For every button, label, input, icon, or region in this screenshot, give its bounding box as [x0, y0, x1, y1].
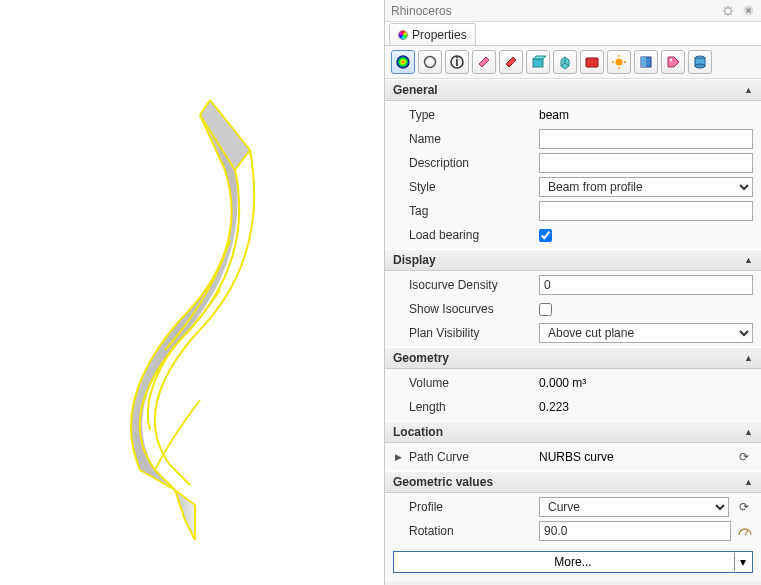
svg-point-12	[425, 57, 436, 68]
section-general-body: Typebeam Name Description StyleBeam from…	[385, 101, 761, 249]
tool-folder-red[interactable]	[580, 50, 604, 74]
section-display-header[interactable]: Display▲	[385, 249, 761, 271]
label-length: Length	[409, 400, 539, 414]
tool-material-red[interactable]	[499, 50, 523, 74]
tool-box-teal[interactable]	[526, 50, 550, 74]
label-description: Description	[409, 156, 539, 170]
tool-cube[interactable]	[553, 50, 577, 74]
checkbox-show-isocurves[interactable]	[539, 303, 552, 316]
tab-properties[interactable]: Properties	[389, 23, 476, 45]
more-button[interactable]: More... ▾	[393, 551, 753, 573]
input-rotation[interactable]	[539, 521, 731, 541]
tool-info[interactable]: i	[445, 50, 469, 74]
section-geometry-header[interactable]: Geometry▲	[385, 347, 761, 369]
viewport-3d[interactable]	[0, 0, 384, 585]
svg-point-11	[397, 56, 409, 68]
tool-circle[interactable]	[418, 50, 442, 74]
gear-icon[interactable]	[721, 4, 735, 18]
section-title: Geometric values	[393, 475, 493, 489]
label-path-curve: Path Curve	[409, 450, 539, 464]
input-tag[interactable]	[539, 201, 753, 221]
panel-toolbar: i	[385, 46, 761, 79]
svg-rect-15	[533, 59, 543, 67]
section-general-header[interactable]: General▲	[385, 79, 761, 101]
tool-book[interactable]	[634, 50, 658, 74]
svg-point-0	[725, 7, 731, 13]
label-style: Style	[409, 180, 539, 194]
section-location-body: ▶ Path Curve NURBS curve ⟳	[385, 443, 761, 471]
properties-panel: Rhinoceros Properties i General▲ Typebea…	[384, 0, 761, 585]
input-name[interactable]	[539, 129, 753, 149]
section-geovals-body: Profile Curve ⟳ Rotation	[385, 493, 761, 545]
angle-icon[interactable]	[737, 526, 753, 536]
section-title: Geometry	[393, 351, 449, 365]
select-plan-visibility[interactable]: Above cut plane	[539, 323, 753, 343]
value-path-curve: NURBS curve	[539, 450, 731, 464]
select-profile[interactable]: Curve	[539, 497, 729, 517]
svg-point-24	[670, 59, 672, 61]
label-rotation: Rotation	[409, 524, 539, 538]
svg-line-7	[724, 13, 725, 14]
svg-rect-16	[586, 58, 598, 67]
value-volume: 0.000 m³	[539, 376, 753, 390]
more-row: More... ▾	[385, 545, 761, 581]
section-geometry-body: Volume0.000 m³ Length0.223	[385, 369, 761, 421]
svg-line-6	[731, 13, 732, 14]
chevron-up-icon: ▲	[744, 85, 753, 95]
tab-label: Properties	[412, 28, 467, 42]
section-display-body: Isocurve Density Show Isocurves Plan Vis…	[385, 271, 761, 347]
label-show-isocurves: Show Isocurves	[409, 302, 539, 316]
input-isocurve-density[interactable]	[539, 275, 753, 295]
section-title: Display	[393, 253, 436, 267]
label-isocurve-density: Isocurve Density	[409, 278, 539, 292]
tool-cylinder[interactable]	[688, 50, 712, 74]
color-wheel-icon	[398, 30, 408, 40]
svg-text:i: i	[455, 55, 458, 69]
section-title: General	[393, 83, 438, 97]
refresh-icon[interactable]: ⟳	[735, 500, 753, 514]
tab-row: Properties	[385, 22, 761, 46]
label-volume: Volume	[409, 376, 539, 390]
section-title: Location	[393, 425, 443, 439]
label-plan-visibility: Plan Visibility	[409, 326, 539, 340]
tool-material-pink[interactable]	[472, 50, 496, 74]
checkbox-load-bearing[interactable]	[539, 229, 552, 242]
value-length: 0.223	[539, 400, 753, 414]
label-load-bearing: Load bearing	[409, 228, 539, 242]
tool-tag[interactable]	[661, 50, 685, 74]
panel-title: Rhinoceros	[391, 4, 452, 18]
label-type: Type	[409, 108, 539, 122]
chevron-up-icon: ▲	[744, 255, 753, 265]
chevron-up-icon: ▲	[744, 477, 753, 487]
close-icon[interactable]	[741, 4, 755, 18]
svg-point-17	[616, 59, 623, 66]
section-geovals-header[interactable]: Geometric values▲	[385, 471, 761, 493]
select-style[interactable]: Beam from profile	[539, 177, 753, 197]
more-label: More...	[554, 555, 591, 569]
label-name: Name	[409, 132, 539, 146]
tool-object[interactable]	[391, 50, 415, 74]
panel-title-bar: Rhinoceros	[385, 0, 761, 22]
refresh-icon[interactable]: ⟳	[735, 450, 753, 464]
svg-line-8	[731, 7, 732, 8]
tool-sun[interactable]	[607, 50, 631, 74]
label-profile: Profile	[409, 500, 539, 514]
svg-point-27	[695, 64, 705, 68]
dropdown-arrow-icon[interactable]: ▾	[734, 553, 750, 571]
label-tag: Tag	[409, 204, 539, 218]
input-description[interactable]	[539, 153, 753, 173]
expand-triangle-icon[interactable]: ▶	[393, 452, 403, 462]
svg-line-5	[724, 7, 725, 8]
value-type: beam	[539, 108, 753, 122]
chevron-up-icon: ▲	[744, 427, 753, 437]
svg-rect-23	[641, 57, 646, 67]
svg-line-28	[745, 530, 748, 535]
chevron-up-icon: ▲	[744, 353, 753, 363]
section-location-header[interactable]: Location▲	[385, 421, 761, 443]
